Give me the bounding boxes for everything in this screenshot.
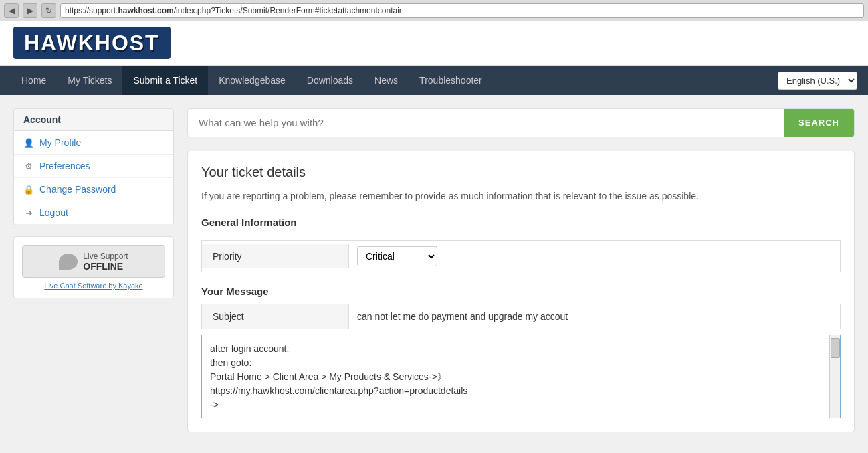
sidebar-item-preferences[interactable]: ⚙ Preferences	[14, 155, 173, 178]
live-support-widget: Live Support OFFLINE Live Chat Software …	[13, 236, 174, 298]
ticket-section: Your ticket details If you are reporting…	[187, 151, 855, 432]
chat-bubble-icon	[59, 254, 78, 270]
scrollbar-thumb	[831, 338, 840, 358]
account-card: Account 👤 My Profile ⚙ Preferences 🔒 Cha…	[13, 108, 174, 225]
url-prefix: https://support.	[65, 6, 118, 15]
logout-label: Logout	[39, 207, 68, 218]
live-support-button[interactable]: Live Support OFFLINE	[22, 245, 165, 278]
site-header: HAWKHOST	[0, 21, 868, 66]
language-select[interactable]: English (U.S.)	[778, 72, 857, 90]
search-button[interactable]: SEARCH	[784, 109, 854, 137]
nav-news[interactable]: News	[364, 66, 409, 95]
nav-troubleshooter[interactable]: Troubleshooter	[409, 66, 493, 95]
logo-text: HAWKHOST	[13, 27, 171, 59]
nav-submit-ticket[interactable]: Submit a Ticket	[122, 66, 208, 95]
gear-icon: ⚙	[23, 161, 34, 171]
my-profile-label: My Profile	[39, 137, 81, 148]
message-textarea[interactable]: after login account: then goto: Portal H…	[202, 335, 840, 416]
nav-home[interactable]: Home	[11, 66, 57, 95]
subject-label: Subject	[202, 304, 349, 329]
page-body: Account 👤 My Profile ⚙ Preferences 🔒 Cha…	[0, 95, 868, 446]
live-support-label: Live Support	[83, 252, 128, 261]
back-button[interactable]: ◀	[4, 3, 19, 18]
your-message-heading: Your Message	[201, 286, 841, 297]
priority-row: Priority Critical High Medium Low	[201, 240, 841, 272]
sidebar: Account 👤 My Profile ⚙ Preferences 🔒 Cha…	[13, 108, 174, 432]
priority-select[interactable]: Critical High Medium Low	[357, 246, 437, 266]
person-icon: 👤	[23, 137, 34, 148]
account-header: Account	[14, 109, 173, 131]
sidebar-item-my-profile[interactable]: 👤 My Profile	[14, 131, 173, 155]
live-support-status: OFFLINE	[83, 261, 123, 272]
search-input[interactable]	[188, 109, 784, 137]
general-info-heading: General Information	[201, 217, 841, 232]
main-content: SEARCH Your ticket details If you are re…	[187, 108, 855, 432]
forward-button[interactable]: ▶	[23, 3, 37, 18]
subject-input[interactable]	[349, 306, 840, 327]
textarea-scrollbar	[829, 335, 840, 418]
search-bar: SEARCH	[187, 108, 855, 137]
nav-downloads[interactable]: Downloads	[296, 66, 364, 95]
logout-icon: ➜	[23, 207, 34, 218]
change-password-label: Change Password	[39, 184, 116, 195]
ticket-info-text: If you are reporting a problem, please r…	[201, 189, 841, 203]
logo[interactable]: HAWKHOST	[13, 31, 171, 56]
address-bar[interactable]: https://support.hawkhost.com/index.php?T…	[60, 3, 864, 18]
nav-my-tickets[interactable]: My Tickets	[57, 66, 122, 95]
nav-knowledgebase[interactable]: Knowledgebase	[208, 66, 296, 95]
preferences-label: Preferences	[39, 161, 90, 171]
sidebar-item-logout[interactable]: ➜ Logout	[14, 201, 173, 225]
ticket-title: Your ticket details	[201, 165, 841, 180]
url-path: /index.php?Tickets/Submit/RenderForm#tic…	[174, 6, 402, 15]
lock-icon: 🔒	[23, 184, 34, 195]
priority-field: Critical High Medium Low	[349, 241, 840, 272]
priority-label: Priority	[202, 244, 349, 268]
browser-chrome: ◀ ▶ ↻ https://support.hawkhost.com/index…	[0, 0, 868, 21]
message-area-wrapper: after login account: then goto: Portal H…	[201, 335, 841, 418]
refresh-button[interactable]: ↻	[41, 3, 56, 18]
sidebar-menu: 👤 My Profile ⚙ Preferences 🔒 Change Pass…	[14, 131, 173, 225]
sidebar-item-change-password[interactable]: 🔒 Change Password	[14, 178, 173, 201]
main-nav: Home My Tickets Submit a Ticket Knowledg…	[0, 66, 868, 95]
url-domain: hawkhost.com	[118, 6, 173, 15]
nav-links: Home My Tickets Submit a Ticket Knowledg…	[11, 66, 493, 95]
live-chat-credit[interactable]: Live Chat Software by Kayako	[22, 282, 165, 290]
subject-row: Subject	[201, 304, 841, 329]
